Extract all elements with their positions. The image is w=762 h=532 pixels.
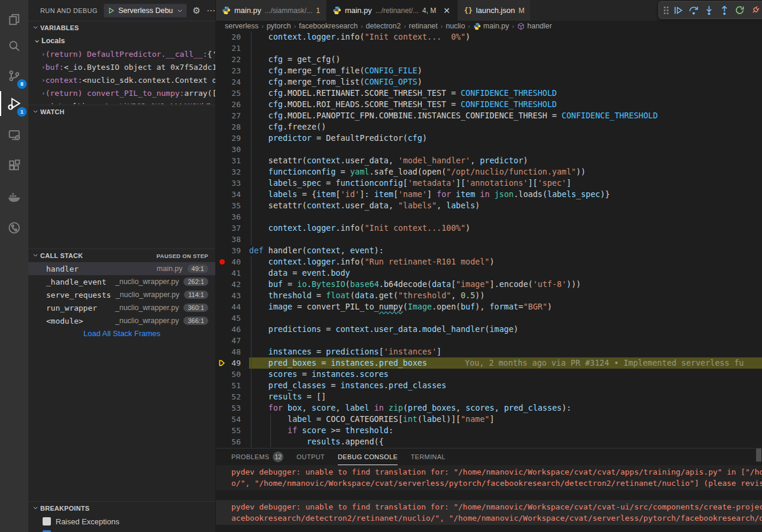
run-and-debug-icon[interactable]: 1	[0, 90, 28, 117]
code-line[interactable]: 37 context.logger.info("Init context...1…	[216, 223, 762, 234]
restart-button[interactable]	[732, 2, 747, 18]
variable-row[interactable]: ›buf: <_io.BytesIO object at 0x7f5a2dc1e…	[28, 60, 215, 73]
breakpoint-row[interactable]: Raised Exceptions	[28, 515, 215, 528]
gutter-glyph[interactable]	[216, 436, 229, 447]
close-icon[interactable]: ✕	[442, 6, 451, 15]
gutter-glyph[interactable]	[216, 88, 229, 99]
tab-debug-console[interactable]: DEBUG CONSOLE	[338, 449, 398, 465]
code-line[interactable]: 43 threshold = float(data.get("threshold…	[216, 290, 762, 301]
gutter-glyph[interactable]	[216, 178, 229, 189]
extensions-icon[interactable]	[0, 152, 28, 179]
code-line[interactable]: 39def handler(context, event):	[216, 245, 762, 256]
gutter-glyph[interactable]	[216, 189, 229, 200]
variables-header[interactable]: VARIABLES	[28, 21, 215, 34]
gutter-glyph[interactable]	[216, 31, 229, 43]
gutter-glyph[interactable]	[216, 43, 229, 54]
tab-main-py-siammask[interactable]: main.py .../siammask/... 1	[216, 0, 327, 21]
gutter-glyph[interactable]	[216, 402, 229, 414]
gutter-glyph[interactable]	[216, 324, 229, 335]
gutter-glyph[interactable]	[216, 312, 229, 324]
gear-icon[interactable]: ⚙	[193, 6, 201, 15]
tab-output[interactable]: OUTPUT	[296, 449, 325, 465]
code-line[interactable]: 30	[216, 144, 762, 155]
gutter-glyph[interactable]	[216, 245, 229, 256]
code-line[interactable]: 40 context.logger.info("Run retinanet-R1…	[216, 256, 762, 267]
code-line[interactable]: 35 setattr(context.user_data, "labels", …	[216, 200, 762, 211]
stack-frame-row[interactable]: _handle_event_nuclio_wrapper.py262:1	[28, 275, 215, 288]
gutter-glyph[interactable]	[216, 414, 229, 425]
code-line[interactable]: 27 cfg.MODEL.PANOPTIC_FPN.COMBINE.INSTAN…	[216, 110, 762, 121]
gutter-glyph[interactable]	[216, 256, 229, 267]
code-line[interactable]: 34 labels = {item['id']: item['name'] fo…	[216, 189, 762, 200]
call-stack-header[interactable]: CALL STACK PAUSED ON STEP	[28, 249, 215, 262]
gutter-glyph[interactable]	[216, 357, 229, 369]
search-icon[interactable]	[0, 33, 28, 60]
breadcrumb-item-retinanet[interactable]: retinanet	[409, 22, 438, 30]
tab-problems[interactable]: PROBLEMS 12	[231, 449, 283, 465]
gutter-glyph[interactable]	[216, 166, 229, 178]
stack-frame-row[interactable]: handlermain.py49:1	[28, 262, 215, 275]
code-line[interactable]: 29 predictor = DefaultPredictor(cfg)	[216, 133, 762, 144]
more-actions-icon[interactable]: ⋯	[206, 6, 215, 15]
gutter-glyph[interactable]	[216, 65, 229, 76]
disconnect-button[interactable]	[747, 2, 762, 18]
load-all-stack-frames-link[interactable]: Load All Stack Frames	[28, 327, 215, 340]
gutter-glyph[interactable]	[216, 369, 229, 380]
breadcrumb-item-nuclio[interactable]: nuclio	[445, 22, 465, 30]
gutter-glyph[interactable]	[216, 279, 229, 290]
breadcrumb-item-detectron2[interactable]: detectron2	[366, 22, 401, 30]
docker-icon[interactable]	[0, 183, 28, 211]
git-graph-icon[interactable]	[0, 214, 28, 241]
gutter-glyph[interactable]	[216, 99, 229, 110]
gutter-glyph[interactable]	[216, 301, 229, 312]
code-line[interactable]: 25 cfg.MODEL.RETINANET.SCORE_THRESH_TEST…	[216, 88, 762, 99]
breadcrumb-item-serverless[interactable]: serverless	[225, 22, 259, 30]
gutter-glyph[interactable]	[216, 76, 229, 88]
gutter-glyph[interactable]	[216, 133, 229, 144]
gutter-glyph[interactable]	[216, 144, 229, 155]
variable-row[interactable]: ›data: {'image': 'iVBORw0KG…AAAANSUhE…	[28, 99, 215, 104]
gutter-glyph[interactable]	[216, 335, 229, 346]
gutter-glyph[interactable]	[216, 346, 229, 357]
code-line[interactable]: 36	[216, 211, 762, 223]
code-line[interactable]: 50 scores = instances.scores	[216, 369, 762, 380]
code-line[interactable]: 20 context.logger.info("Init context... …	[216, 31, 762, 43]
gutter-glyph[interactable]	[216, 200, 229, 211]
breakpoint-icon[interactable]	[219, 259, 225, 265]
code-line[interactable]: 32 functionconfig = yaml.safe_load(open(…	[216, 166, 762, 178]
code-line[interactable]: 55 if score >= threshold:	[216, 425, 762, 436]
code-line[interactable]: 53 for box, score, label in zip(pred_box…	[216, 402, 762, 414]
code-line[interactable]: 26 cfg.MODEL.ROI_HEADS.SCORE_THRESH_TEST…	[216, 99, 762, 110]
stack-frame-row[interactable]: <module>_nuclio_wrapper.py366:1	[28, 314, 215, 327]
panel-scrollbar[interactable]	[756, 449, 761, 462]
code-line[interactable]: 24 cfg.merge_from_list(CONFIG_OPTS)	[216, 76, 762, 88]
step-into-button[interactable]	[701, 2, 716, 18]
code-line[interactable]: 45	[216, 312, 762, 324]
source-control-icon[interactable]: 8	[0, 62, 28, 89]
gutter-glyph[interactable]	[216, 155, 229, 166]
step-out-button[interactable]	[716, 2, 732, 18]
launch-config-dropdown[interactable]: Serverless Debu	[104, 4, 187, 18]
code-line[interactable]: 22 cfg = get_cfg()	[216, 54, 762, 65]
gutter-glyph[interactable]	[216, 223, 229, 234]
drag-handle-icon[interactable]	[664, 9, 666, 11]
gutter-glyph[interactable]	[216, 267, 229, 279]
breadcrumb-item-facebookresearch[interactable]: facebookresearch	[299, 22, 357, 30]
gutter-glyph[interactable]	[216, 380, 229, 391]
gutter-glyph[interactable]	[216, 121, 229, 133]
breadcrumb-item-mainpy[interactable]: main.py	[473, 22, 509, 30]
code-line[interactable]: 28 cfg.freeze()	[216, 121, 762, 133]
tab-main-py-retinanet[interactable]: main.py .../retinanet/... 4, M ✕	[327, 0, 458, 21]
code-line[interactable]: 38	[216, 234, 762, 245]
gutter-glyph[interactable]	[216, 391, 229, 402]
code-line[interactable]: 48 instances = predictions['instances']	[216, 346, 762, 357]
gutter-glyph[interactable]	[216, 234, 229, 245]
watch-header[interactable]: WATCH	[28, 105, 215, 118]
code-line[interactable]: 56 results.append({	[216, 436, 762, 447]
code-line[interactable]: 49 pred_boxes = instances.pred_boxesYou,…	[216, 357, 762, 369]
variables-scope-locals[interactable]: Locals	[28, 34, 215, 47]
gutter-glyph[interactable]	[216, 425, 229, 436]
code-line[interactable]: 23 cfg.merge_from_file(CONFIG_FILE)	[216, 65, 762, 76]
code-line[interactable]: 21	[216, 43, 762, 54]
code-line[interactable]: 31 setattr(context.user_data, 'model_han…	[216, 155, 762, 166]
